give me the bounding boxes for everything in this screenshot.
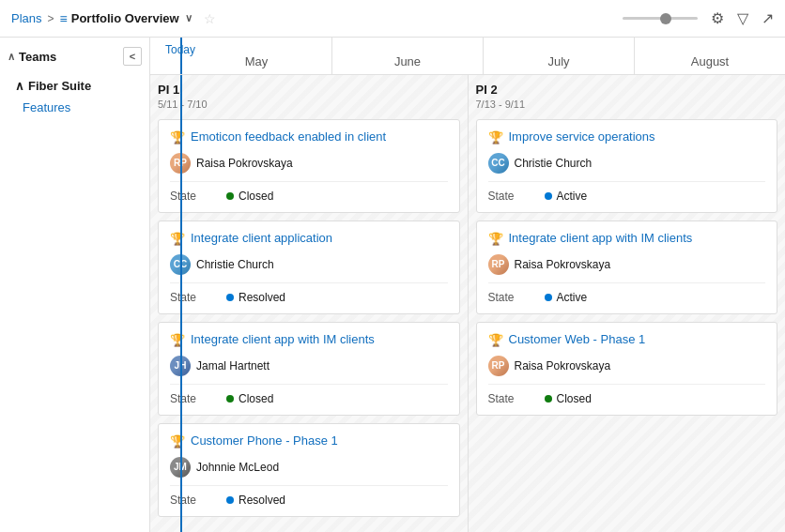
month-columns: May June July August (180, 38, 785, 74)
card6-state-value: Active (557, 291, 588, 304)
card7-state-value: Closed (557, 392, 592, 405)
content-area: Today May June July August PI 1 5/11 - 7… (150, 38, 785, 532)
month-june: June (331, 38, 483, 74)
feature-card-7: 🏆 Customer Web - Phase 1 RP Raisa Pokrov… (476, 322, 778, 416)
header: Plans > ≡ Portfolio Overview ∨ ☆ ⚙ ▽ ↗ (0, 0, 785, 38)
feature-card-4: 🏆 Customer Phone - Phase 1 JM Johnnie Mc… (158, 423, 460, 517)
zoom-slider[interactable] (623, 17, 698, 20)
breadcrumb-current: ≡ Portfolio Overview ∨ (60, 11, 192, 26)
portfolio-title: Portfolio Overview (71, 11, 179, 25)
trophy-icon: 🏆 (488, 130, 503, 144)
trophy-icon: 🏆 (170, 434, 185, 448)
settings-icon[interactable]: ⚙ (711, 9, 724, 27)
card4-title[interactable]: Customer Phone - Phase 1 (191, 433, 338, 449)
avatar-jh: JH (170, 356, 191, 376)
card3-person: Jamal Hartnett (196, 359, 269, 372)
breadcrumb-separator: > (48, 12, 54, 25)
card2-person: Christie Church (196, 258, 274, 271)
month-may: May (180, 38, 331, 74)
sidebar: ∧ Teams < ∧ Fiber Suite Features (0, 38, 150, 532)
trophy-icon: 🏆 (170, 130, 185, 144)
pi1-column: PI 1 5/11 - 7/10 🏆 Emoticon feedback ena… (150, 75, 468, 532)
feature-card-2: 🏆 Integrate client application CC Christ… (158, 220, 460, 314)
header-controls: ⚙ ▽ ↗ (623, 9, 774, 27)
avatar-cc2: CC (488, 153, 509, 174)
portfolio-grid-icon: ≡ (60, 11, 68, 26)
trophy-icon: 🏆 (170, 232, 185, 246)
state-dot-closed2 (226, 395, 234, 403)
card2-state-value: Resolved (239, 291, 285, 304)
card4-state-value: Resolved (239, 494, 285, 507)
card2-title[interactable]: Integrate client application (191, 231, 332, 247)
pi1-dates: 5/11 - 7/10 (158, 99, 460, 110)
pi1-label: PI 1 (158, 83, 460, 97)
state-dot-closed3 (545, 395, 552, 403)
fiber-suite-expand-icon: ∧ (15, 79, 24, 93)
today-line (180, 38, 182, 74)
feature-card-3: 🏆 Integrate client app with IM clients J… (158, 322, 460, 416)
trophy-icon: 🏆 (170, 333, 185, 347)
card7-state-label: State (488, 392, 545, 405)
teams-expand-icon[interactable]: ∧ (8, 51, 15, 63)
zoom-thumb (660, 13, 671, 24)
avatar-rp3: RP (488, 356, 509, 376)
pi2-column: PI 2 7/13 - 9/11 🏆 Improve service opera… (468, 75, 786, 532)
month-july: July (483, 38, 634, 74)
main-layout: ∧ Teams < ∧ Fiber Suite Features Today M… (0, 38, 785, 532)
state-dot-active2 (545, 294, 552, 301)
state-dot-resolved2 (226, 496, 234, 504)
state-dot-resolved (226, 294, 234, 301)
sidebar-item-fiber-suite[interactable]: ∧ Fiber Suite (0, 75, 149, 97)
sidebar-teams-header: ∧ Teams < (0, 38, 149, 75)
pi2-dates: 7/13 - 9/11 (476, 99, 778, 110)
avatar-cc: CC (170, 254, 191, 275)
month-august: August (634, 38, 785, 74)
card2-state-label: State (170, 291, 226, 304)
filter-icon[interactable]: ▽ (737, 9, 748, 27)
feature-card-6: 🏆 Integrate client app with IM clients R… (476, 220, 778, 314)
card6-title[interactable]: Integrate client app with IM clients (509, 231, 693, 247)
card3-title[interactable]: Integrate client app with IM clients (191, 332, 375, 348)
breadcrumb: Plans > ≡ Portfolio Overview ∨ ☆ (11, 11, 216, 26)
card4-person: Johnnie McLeod (196, 461, 279, 474)
card5-person: Christie Church (515, 157, 593, 170)
expand-icon[interactable]: ↗ (762, 9, 774, 27)
card5-title[interactable]: Improve service operations (509, 129, 655, 145)
card5-state-value: Active (557, 190, 588, 203)
fiber-suite-label: Fiber Suite (28, 79, 91, 93)
state-dot-closed (226, 192, 234, 200)
chevron-down-icon[interactable]: ∨ (185, 12, 192, 24)
sidebar-collapse-button[interactable]: < (123, 47, 142, 66)
card6-state-label: State (488, 291, 545, 304)
card6-person: Raisa Pokrovskaya (515, 258, 611, 271)
card1-person: Raisa Pokrovskaya (196, 157, 293, 170)
pi-area: PI 1 5/11 - 7/10 🏆 Emoticon feedback ena… (150, 75, 785, 532)
avatar-rp2: RP (488, 254, 509, 275)
card3-state-label: State (170, 392, 226, 405)
card3-state-value: Closed (239, 392, 273, 405)
trophy-icon: 🏆 (488, 333, 503, 347)
card1-state-label: State (170, 190, 226, 203)
feature-card-5: 🏆 Improve service operations CC Christie… (476, 119, 778, 213)
pi2-label: PI 2 (476, 83, 778, 97)
breadcrumb-plans[interactable]: Plans (11, 11, 42, 25)
avatar-rp: RP (170, 153, 191, 174)
sidebar-item-features[interactable]: Features (0, 97, 149, 118)
timeline-header: Today May June July August (150, 38, 785, 75)
sidebar-teams-label: Teams (19, 50, 56, 64)
trophy-icon: 🏆 (488, 232, 503, 246)
card1-title[interactable]: Emoticon feedback enabled in client (191, 129, 386, 145)
zoom-track (623, 17, 698, 20)
feature-card-1: 🏆 Emoticon feedback enabled in client RP… (158, 119, 460, 213)
avatar-jm: JM (170, 457, 191, 478)
state-dot-active (545, 192, 552, 200)
card4-state-label: State (170, 494, 226, 507)
card1-state-value: Closed (239, 190, 273, 203)
card7-title[interactable]: Customer Web - Phase 1 (509, 332, 646, 348)
card5-state-label: State (488, 190, 545, 203)
favorite-star-icon[interactable]: ☆ (204, 11, 216, 26)
card7-person: Raisa Pokrovskaya (515, 359, 611, 372)
